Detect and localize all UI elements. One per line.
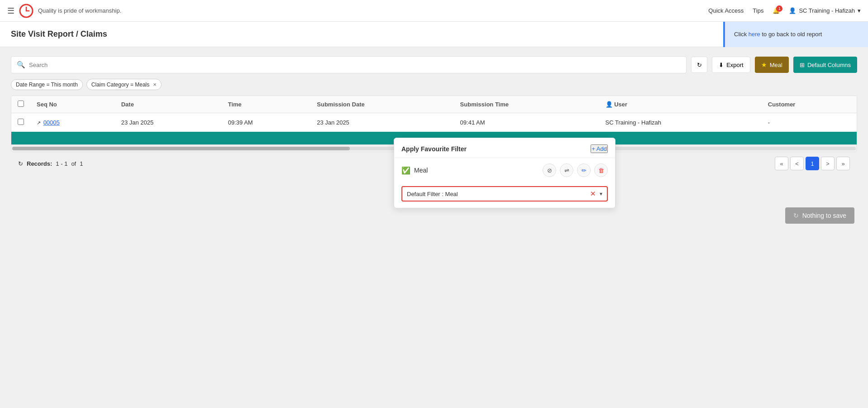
remove-filter-button[interactable]: × bbox=[153, 81, 157, 88]
records-range: 1 - 1 bbox=[56, 160, 67, 167]
default-filter-label: Default Filter : Meal bbox=[407, 191, 590, 197]
check-circle-icon: ✅ bbox=[401, 166, 410, 175]
page-header: Site Visit Report / Claims Click here to… bbox=[0, 22, 868, 47]
filter-chip-claim-category: Claim Category = Meals × bbox=[86, 79, 162, 90]
scroll-thumb bbox=[12, 147, 350, 150]
filter-chip-date-range: Date Range = This month bbox=[11, 79, 83, 90]
add-filter-button[interactable]: + Add bbox=[591, 144, 608, 153]
clear-default-filter-button[interactable]: ✕ bbox=[590, 190, 596, 198]
refresh-records-icon[interactable]: ↻ bbox=[18, 160, 23, 167]
star-icon: ★ bbox=[761, 61, 767, 68]
prev-page-button[interactable]: < bbox=[790, 157, 804, 170]
search-input[interactable] bbox=[29, 62, 681, 68]
row-user: SC Training - Hafizah bbox=[599, 113, 762, 132]
filters-bar: Date Range = This month Claim Category =… bbox=[11, 79, 857, 90]
refresh-button[interactable]: ↻ bbox=[691, 57, 707, 73]
select-all-checkbox[interactable] bbox=[18, 101, 24, 107]
user-name-label: SC Training - Hafizah bbox=[799, 7, 855, 14]
seq-no-link[interactable]: 00005 bbox=[43, 119, 60, 126]
row-seq-no: ↗ 00005 bbox=[30, 113, 115, 132]
page-banner: Click here to go back to old report bbox=[723, 22, 868, 47]
favourite-filter-panel: Apply Favourite Filter + Add ✅ Meal ⊘ ⇌ … bbox=[394, 138, 615, 208]
row-time: 09:39 AM bbox=[222, 113, 311, 132]
next-page-button[interactable]: > bbox=[821, 157, 835, 170]
external-link-icon: ↗ bbox=[37, 120, 41, 125]
panel-header: Apply Favourite Filter + Add bbox=[394, 138, 615, 158]
row-submission-time: 09:41 AM bbox=[454, 113, 599, 132]
row-checkbox[interactable] bbox=[18, 119, 24, 125]
meal-button[interactable]: ★ Meal bbox=[755, 57, 789, 73]
header-user: 👤 User bbox=[599, 96, 762, 113]
records-of: of bbox=[71, 160, 76, 167]
refresh-icon: ↻ bbox=[697, 62, 702, 68]
export-button[interactable]: ⬇ Export bbox=[712, 57, 750, 73]
top-navigation: ☰ Quality is pride of workmanship. Quick… bbox=[0, 0, 868, 22]
chevron-down-icon: ▾ bbox=[600, 191, 602, 197]
notification-badge: 1 bbox=[776, 5, 782, 12]
records-info: ↻ Records: 1 - 1 of 1 bbox=[18, 160, 83, 167]
filter-actions: ⊘ ⇌ ✏ 🗑 bbox=[543, 163, 608, 177]
default-columns-button[interactable]: ⊞ Default Columns bbox=[793, 57, 857, 73]
page-title: Site Visit Report / Claims bbox=[0, 29, 723, 39]
header-submission-date: Submission Date bbox=[310, 96, 453, 113]
header-submission-time: Submission Time bbox=[454, 96, 599, 113]
header-customer: Customer bbox=[762, 96, 857, 113]
search-icon: 🔍 bbox=[17, 61, 25, 69]
row-date: 23 Jan 2025 bbox=[115, 113, 222, 132]
export-icon: ⬇ bbox=[719, 62, 724, 68]
app-tagline: Quality is pride of workmanship. bbox=[38, 7, 121, 14]
filter-name-label: Meal bbox=[414, 167, 428, 174]
banner-text: Click here to go back to old report bbox=[734, 31, 822, 38]
nothing-to-save-button: ↻ Nothing to save bbox=[785, 207, 854, 224]
default-filter-row: Default Filter : Meal ✕ ▾ bbox=[394, 182, 615, 208]
tips-link[interactable]: Tips bbox=[753, 7, 763, 14]
filter-item-meal: ✅ Meal ⊘ ⇌ ✏ 🗑 bbox=[394, 158, 615, 182]
toolbar: 🔍 ↻ ⬇ Export ★ Meal ⊞ Default Columns bbox=[11, 56, 857, 73]
user-menu[interactable]: 👤 SC Training - Hafizah ▾ bbox=[789, 7, 861, 14]
header-checkbox-cell bbox=[11, 96, 30, 113]
edit-filter-button[interactable]: ✏ bbox=[577, 163, 591, 177]
share-filter-button[interactable]: ⇌ bbox=[560, 163, 573, 177]
hamburger-icon[interactable]: ☰ bbox=[7, 6, 14, 16]
user-icon-header: 👤 bbox=[606, 101, 613, 108]
spinner-icon: ↻ bbox=[793, 212, 799, 219]
data-table: Seq No Date Time Submission Date Submiss… bbox=[11, 96, 857, 132]
default-filter-select[interactable]: Default Filter : Meal ✕ ▾ bbox=[401, 186, 608, 202]
first-page-button[interactable]: « bbox=[775, 157, 788, 170]
app-logo bbox=[19, 4, 33, 18]
table-header-row: Seq No Date Time Submission Date Submiss… bbox=[11, 96, 857, 113]
row-submission-date: 23 Jan 2025 bbox=[310, 113, 453, 132]
pagination-controls: « < 1 > » bbox=[775, 157, 850, 170]
notification-bell[interactable]: 🔔 1 bbox=[773, 7, 780, 14]
main-content: 🔍 ↻ ⬇ Export ★ Meal ⊞ Default Columns Da… bbox=[0, 47, 868, 408]
header-seq-no: Seq No bbox=[30, 96, 115, 113]
search-box: 🔍 bbox=[11, 56, 687, 73]
nothing-to-save-label: Nothing to save bbox=[802, 212, 846, 219]
filter-date-range-label: Date Range = This month bbox=[16, 82, 78, 88]
columns-icon: ⊞ bbox=[800, 62, 805, 68]
header-time: Time bbox=[222, 96, 311, 113]
table-header: Seq No Date Time Submission Date Submiss… bbox=[11, 96, 857, 113]
delete-filter-button[interactable]: 🗑 bbox=[594, 163, 608, 177]
current-page-button[interactable]: 1 bbox=[806, 157, 819, 170]
row-checkbox-cell bbox=[11, 113, 30, 132]
filter-claim-category-label: Claim Category = Meals bbox=[91, 82, 149, 88]
header-date: Date bbox=[115, 96, 222, 113]
back-to-old-report-link[interactable]: here bbox=[749, 31, 760, 38]
table-row: ↗ 00005 23 Jan 2025 09:39 AM 23 Jan 2025… bbox=[11, 113, 857, 132]
hide-filter-button[interactable]: ⊘ bbox=[543, 163, 556, 177]
records-total: 1 bbox=[80, 160, 83, 167]
filter-item-name: ✅ Meal bbox=[401, 166, 538, 175]
table-body: ↗ 00005 23 Jan 2025 09:39 AM 23 Jan 2025… bbox=[11, 113, 857, 132]
quick-access-link[interactable]: Quick Access bbox=[708, 7, 744, 14]
user-icon: 👤 bbox=[789, 7, 796, 14]
panel-title: Apply Favourite Filter bbox=[401, 145, 467, 153]
row-customer: - bbox=[762, 113, 857, 132]
chevron-down-icon: ▾ bbox=[858, 7, 861, 14]
records-label: Records: bbox=[27, 160, 52, 167]
last-page-button[interactable]: » bbox=[836, 157, 850, 170]
